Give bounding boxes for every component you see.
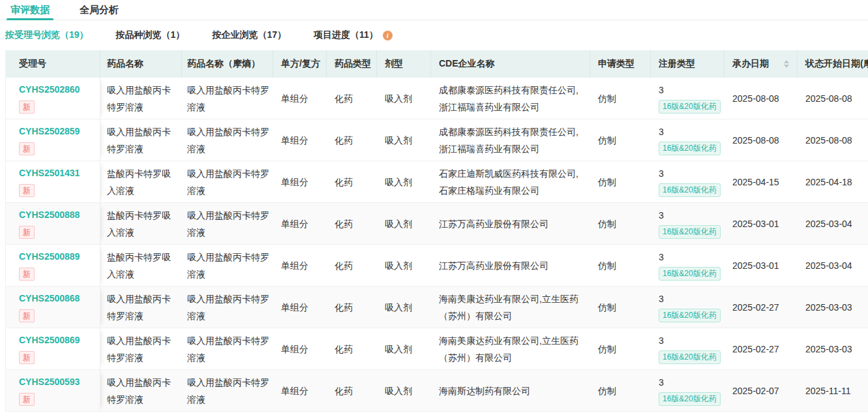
sub-tab-bar: 按受理号浏览（19） 按品种浏览（1） 按企业浏览（17） 项目进度（11） i xyxy=(0,20,868,50)
subtab-by-acceptance-no[interactable]: 按受理号浏览（19） xyxy=(5,29,89,41)
subtab-by-variety[interactable]: 按品种浏览（1） xyxy=(116,29,185,41)
registration-type-number: 3 xyxy=(659,167,717,180)
table-row: CYHS2500868新吸入用盐酸丙卡特罗溶液吸入用盐酸丙卡特罗溶液单组分化药吸… xyxy=(6,286,868,328)
col-header-acceptance-no: 受理号 xyxy=(6,50,100,78)
tab-global-analysis[interactable]: 全局分析 xyxy=(76,0,123,20)
cell-cde-company: 石家庄迪斯凯威医药科技有限公司,石家庄格瑞药业有限公司 xyxy=(431,161,590,202)
reg-type-badge: 16版&20版化药 xyxy=(659,309,721,322)
cell-drug-name: 吸入用盐酸丙卡特罗溶液 xyxy=(100,328,182,369)
cell-application-type: 仿制 xyxy=(590,286,651,328)
registration-type-number: 3 xyxy=(659,251,717,264)
cell-status-start-date: 2025-03-04 xyxy=(798,245,868,286)
col-header-formulation: 单方/复方 xyxy=(273,50,327,78)
reg-type-badge: 16版&20版化药 xyxy=(659,100,721,114)
acceptance-no-link[interactable]: CYHS2500593 xyxy=(19,375,92,388)
registration-type-number: 3 xyxy=(659,292,717,305)
cell-acceptance-no: CYHS2502860新 xyxy=(6,78,100,119)
cell-application-type: 仿制 xyxy=(590,328,651,369)
cell-acceptance-date: 2025-02-07 xyxy=(725,370,798,411)
reg-type-badge: 16版&20版化药 xyxy=(659,183,721,197)
cell-drug-type: 化药 xyxy=(327,203,377,244)
col-header-drug-name: 药品名称 xyxy=(100,50,182,78)
table-row: CYHS2502859新吸入用盐酸丙卡特罗溶液吸入用盐酸丙卡特罗溶液单组分化药吸… xyxy=(6,119,868,161)
acceptance-no-link[interactable]: CYHS2500888 xyxy=(19,208,92,221)
cell-drug-name: 吸入用盐酸丙卡特罗溶液 xyxy=(100,78,182,119)
cell-application-type: 仿制 xyxy=(590,245,651,286)
cell-drug-name: 吸入用盐酸丙卡特罗溶液 xyxy=(100,119,182,161)
review-data-table: 受理号 药品名称 药品名称（摩熵） 单方/复方 药品类型 剂型 CDE企业名称 … xyxy=(5,50,868,412)
cell-acceptance-no: CYHS2500869新 xyxy=(6,328,100,369)
col-header-status-start-date: 状态开始日期(摩熵) xyxy=(798,50,868,78)
acceptance-no-link[interactable]: CYHS2501431 xyxy=(19,166,92,179)
cell-acceptance-date: 2025-02-27 xyxy=(725,328,798,369)
cell-application-type: 仿制 xyxy=(590,161,651,202)
table-body: CYHS2502860新吸入用盐酸丙卡特罗溶液吸入用盐酸丙卡特罗溶液单组分化药吸… xyxy=(6,78,868,412)
cell-drug-name: 盐酸丙卡特罗吸入溶液 xyxy=(100,161,182,202)
cell-formulation: 单组分 xyxy=(273,328,327,369)
cell-dosage-form: 吸入剂 xyxy=(377,370,431,411)
registration-type-number: 3 xyxy=(659,209,717,222)
new-badge: 新 xyxy=(19,184,35,197)
cell-cde-company: 江苏万高药业股份有限公司 xyxy=(431,203,590,244)
new-badge: 新 xyxy=(19,351,35,364)
subtab-project-progress-label: 项目进度（11） xyxy=(314,29,378,41)
subtab-project-progress[interactable]: 项目进度（11） i xyxy=(314,29,393,41)
cell-cde-company: 海南斯达制药有限公司 xyxy=(431,370,590,411)
col-header-drug-name-motie: 药品名称（摩熵） xyxy=(182,50,273,78)
cell-application-type: 仿制 xyxy=(590,119,651,161)
cell-drug-name-motie: 吸入用盐酸丙卡特罗溶液 xyxy=(182,203,273,244)
cell-registration-type: 316版&20版化药 xyxy=(651,119,725,161)
info-icon[interactable]: i xyxy=(383,31,393,40)
sort-carets-icon[interactable] xyxy=(784,60,789,68)
table-row: CYHS2500869新吸入用盐酸丙卡特罗溶液吸入用盐酸丙卡特罗溶液单组分化药吸… xyxy=(6,328,868,370)
col-header-dosage-form: 剂型 xyxy=(377,50,431,78)
cell-acceptance-no: CYHS2500889新 xyxy=(6,245,100,286)
registration-type-number: 3 xyxy=(659,84,717,97)
col-header-application-type: 申请类型 xyxy=(590,50,651,78)
cell-drug-type: 化药 xyxy=(327,78,377,119)
cell-acceptance-no: CYHS2500888新 xyxy=(6,203,100,244)
registration-type-number: 3 xyxy=(659,334,717,347)
new-badge: 新 xyxy=(19,393,35,406)
cell-cde-company: 成都康泰源医药科技有限责任公司,浙江福瑞喜药业有限公司 xyxy=(431,78,590,119)
cell-drug-name-motie: 吸入用盐酸丙卡特罗溶液 xyxy=(182,161,273,202)
cell-dosage-form: 吸入剂 xyxy=(377,78,431,119)
new-badge: 新 xyxy=(19,100,35,114)
tab-review-data[interactable]: 审评数据 xyxy=(7,0,53,20)
col-header-acceptance-date: 承办日期 xyxy=(725,50,798,78)
cell-dosage-form: 吸入剂 xyxy=(377,328,431,369)
reg-type-badge: 16版&20版化药 xyxy=(659,142,721,155)
acceptance-no-link[interactable]: CYHS2500868 xyxy=(19,292,92,305)
cell-acceptance-date: 2025-03-01 xyxy=(725,203,798,244)
cell-drug-name-motie: 吸入用盐酸丙卡特罗溶液 xyxy=(182,286,273,328)
reg-type-badge: 16版&20版化药 xyxy=(659,392,721,406)
cell-formulation: 单组分 xyxy=(273,119,327,161)
cell-drug-name-motie: 吸入用盐酸丙卡特罗溶液 xyxy=(182,245,273,286)
acceptance-no-link[interactable]: CYHS2500889 xyxy=(19,250,92,263)
cell-cde-company: 海南美康达药业有限公司,立生医药（苏州）有限公司 xyxy=(431,286,590,328)
cell-acceptance-no: CYHS2502859新 xyxy=(6,119,100,161)
table-header: 受理号 药品名称 药品名称（摩熵） 单方/复方 药品类型 剂型 CDE企业名称 … xyxy=(6,50,868,78)
cell-drug-name-motie: 吸入用盐酸丙卡特罗溶液 xyxy=(182,370,273,411)
cell-acceptance-no: CYHS2500593新 xyxy=(6,370,100,411)
table-row: CYHS2500889新盐酸丙卡特罗吸入溶液吸入用盐酸丙卡特罗溶液单组分化药吸入… xyxy=(6,245,868,286)
cell-drug-name: 盐酸丙卡特罗吸入溶液 xyxy=(100,245,182,286)
cell-registration-type: 316版&20版化药 xyxy=(651,161,725,202)
acceptance-no-link[interactable]: CYHS2502859 xyxy=(19,125,92,138)
new-badge: 新 xyxy=(19,268,35,281)
cell-acceptance-no: CYHS2500868新 xyxy=(6,286,100,328)
cell-drug-name: 吸入用盐酸丙卡特罗溶液 xyxy=(100,370,182,411)
cell-status-start-date: 2025-03-03 xyxy=(798,286,868,328)
subtab-by-company[interactable]: 按企业浏览（17） xyxy=(212,29,286,41)
cell-formulation: 单组分 xyxy=(273,370,327,411)
cell-status-start-date: 2025-11-11 xyxy=(798,370,868,411)
table-row: CYHS2502860新吸入用盐酸丙卡特罗溶液吸入用盐酸丙卡特罗溶液单组分化药吸… xyxy=(6,78,868,119)
acceptance-no-link[interactable]: CYHS2500869 xyxy=(19,333,92,347)
registration-type-number: 3 xyxy=(659,125,717,138)
cell-formulation: 单组分 xyxy=(273,203,327,244)
cell-acceptance-date: 2025-08-08 xyxy=(725,78,798,119)
acceptance-no-link[interactable]: CYHS2502860 xyxy=(19,83,92,96)
cell-dosage-form: 吸入剂 xyxy=(377,286,431,328)
cell-acceptance-date: 2025-08-08 xyxy=(725,119,798,161)
cell-status-start-date: 2025-04-18 xyxy=(798,161,868,202)
